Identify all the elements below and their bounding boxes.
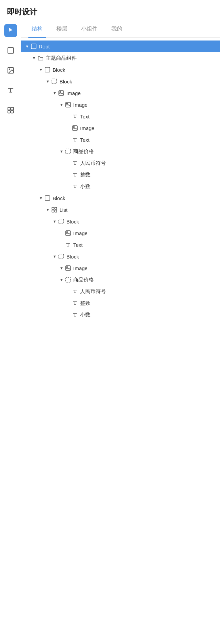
arrow-price2 [58, 277, 65, 283]
image5-label: Image [73, 265, 88, 271]
theme-label: 主题商品组件 [46, 55, 77, 61]
svg-rect-25 [59, 254, 64, 259]
tree-node-text-3[interactable]: Text [21, 239, 220, 251]
image-tree-icon-3 [72, 125, 78, 131]
block-icon-1 [44, 66, 51, 73]
tree-node-text-2[interactable]: Text [21, 134, 220, 146]
frame-icon [7, 47, 14, 54]
tree-node-currency-1[interactable]: 人民币符号 [21, 157, 220, 169]
tree-node-text-1[interactable]: Text [21, 111, 220, 122]
arrow-block3 [38, 195, 44, 201]
text-tree-icon-4 [72, 171, 78, 178]
text-tree-icon-9 [72, 311, 78, 318]
frame-tool-button[interactable] [4, 44, 17, 57]
tree-node-root[interactable]: Root [21, 41, 220, 52]
price-block-icon-2 [65, 276, 72, 283]
block-icon-2 [51, 78, 58, 85]
list-label: List [59, 207, 67, 213]
arrow-image5 [58, 265, 65, 271]
svg-rect-16 [66, 149, 70, 154]
tree-node-integer-2[interactable]: 整数 [21, 297, 220, 309]
tree-node-block-4[interactable]: Block [21, 216, 220, 227]
svg-rect-20 [52, 210, 54, 212]
folder-icon [37, 55, 44, 61]
arrow-list [45, 207, 51, 213]
tree-node-theme-component[interactable]: 主题商品组件 [21, 52, 220, 64]
svg-rect-3 [8, 107, 10, 110]
tab-structure[interactable]: 结构 [25, 21, 50, 37]
tab-widgets[interactable]: 小组件 [74, 21, 104, 37]
tree-node-block-3[interactable]: Block [21, 192, 220, 204]
block-icon-3 [44, 195, 51, 202]
text-tree-icon-5 [72, 183, 78, 190]
tree-node-block-2[interactable]: Block [21, 76, 220, 87]
image-tree-icon-2 [65, 101, 72, 108]
root-icon [30, 43, 37, 50]
integer1-label: 整数 [80, 172, 90, 178]
decimal2-label: 小数 [80, 312, 90, 318]
tree-node-decimal-2[interactable]: 小数 [21, 309, 220, 321]
arrow-price1 [58, 148, 65, 154]
text-tree-icon-1 [72, 113, 78, 120]
text-icon [7, 87, 14, 94]
svg-rect-7 [31, 44, 36, 49]
arrow-image1 [52, 90, 58, 96]
tree-node-image-3[interactable]: Image [21, 122, 220, 134]
arrow-block2 [45, 78, 51, 84]
image-tree-icon-5 [65, 265, 72, 272]
text1-label: Text [80, 114, 90, 119]
tree-node-block-5[interactable]: Block [21, 251, 220, 262]
tree-node-price-2[interactable]: 商品价格 [21, 274, 220, 286]
svg-point-2 [9, 69, 10, 70]
text-tree-icon-6 [65, 241, 72, 248]
svg-rect-21 [55, 210, 57, 212]
image-tool-button[interactable] [4, 64, 17, 77]
svg-rect-17 [45, 196, 50, 200]
block1-label: Block [53, 67, 65, 73]
arrow-block4 [52, 218, 58, 225]
currency1-label: 人民币符号 [80, 160, 106, 166]
tree-node-image-5[interactable]: Image [21, 262, 220, 274]
svg-rect-8 [45, 67, 50, 72]
tree-node-decimal-1[interactable]: 小数 [21, 181, 220, 192]
svg-rect-18 [52, 207, 54, 209]
tree-node-image-1[interactable]: Image [21, 87, 220, 99]
svg-rect-5 [8, 111, 10, 113]
text3-label: Text [73, 242, 83, 248]
cursor-tool-button[interactable] [4, 24, 17, 37]
text-tree-icon-2 [72, 136, 78, 143]
block3-label: Block [53, 195, 65, 201]
tree-node-price-1[interactable]: 商品价格 [21, 146, 220, 157]
image3-label: Image [80, 125, 95, 131]
tree-node-image-2[interactable]: Image [21, 99, 220, 111]
main-panel: 结构 楼层 小组件 我的 Root [21, 21, 220, 641]
app-title: 即时设计 [0, 0, 220, 21]
svg-rect-0 [8, 48, 13, 54]
text-tool-button[interactable] [4, 84, 17, 97]
tree-node-integer-1[interactable]: 整数 [21, 169, 220, 181]
price2-label: 商品价格 [73, 277, 94, 283]
svg-rect-28 [66, 277, 70, 282]
svg-rect-4 [11, 107, 13, 110]
components-tool-button[interactable] [4, 104, 17, 117]
root-label: Root [39, 44, 50, 49]
cursor-icon [7, 27, 14, 34]
image2-label: Image [73, 102, 88, 108]
text-tree-icon-8 [72, 300, 78, 307]
tab-floor[interactable]: 楼层 [50, 21, 74, 37]
image-tree-icon-4 [65, 230, 72, 237]
tree-node-list[interactable]: List [21, 204, 220, 216]
tab-bar: 结构 楼层 小组件 我的 [21, 21, 220, 38]
components-icon [7, 106, 14, 114]
tree-node-block-1[interactable]: Block [21, 64, 220, 76]
svg-rect-22 [59, 219, 64, 224]
structure-tree: Root 主题商品组件 [21, 38, 220, 641]
block5-label: Block [66, 254, 79, 260]
arrow-block1 [38, 67, 44, 73]
svg-rect-19 [55, 207, 57, 209]
svg-rect-9 [52, 79, 57, 84]
text2-label: Text [80, 137, 90, 143]
tab-mine[interactable]: 我的 [104, 21, 129, 37]
tree-node-image-4[interactable]: Image [21, 227, 220, 239]
tree-node-currency-2[interactable]: 人民币符号 [21, 286, 220, 297]
